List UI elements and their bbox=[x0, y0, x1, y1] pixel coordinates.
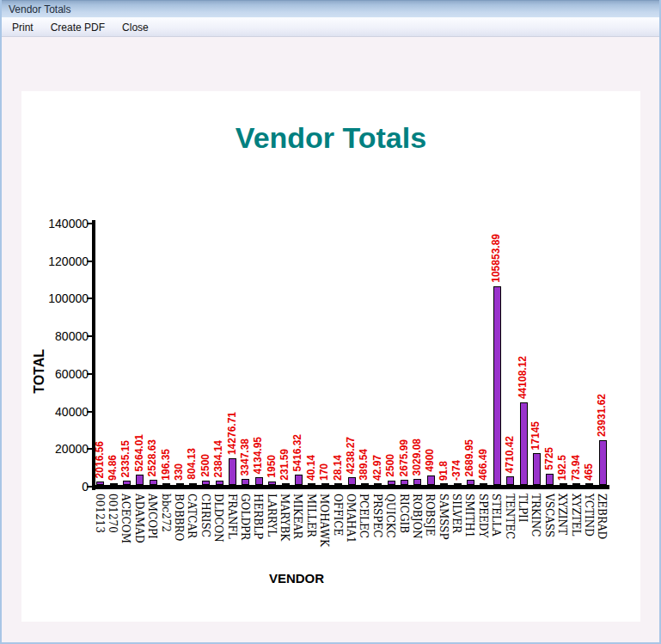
menu-item-close[interactable]: Close bbox=[113, 19, 157, 36]
bar-BOBBRO bbox=[176, 483, 184, 485]
menu-item-print[interactable]: Print bbox=[3, 19, 42, 36]
x-axis-tick-label: TENTEC bbox=[504, 494, 516, 539]
bar-001270 bbox=[110, 483, 118, 485]
x-axis-tick-label: FRANFL bbox=[226, 494, 238, 539]
bar-FRANFL bbox=[229, 458, 236, 485]
x-axis-tick-label: LARRYL bbox=[266, 494, 278, 537]
bar-value-label: 5416.32 bbox=[291, 434, 303, 471]
x-axis-tick-label: MARYBK bbox=[278, 494, 291, 541]
x-axis-tick-label: QUICKC bbox=[384, 494, 396, 538]
bar-value-label: 330 bbox=[173, 463, 185, 481]
client-area: Vendor Totals TOTAL VENDOR 0200004000060… bbox=[2, 37, 659, 643]
bar-TENTEC bbox=[506, 476, 514, 485]
bar-value-label: 389.54 bbox=[358, 449, 370, 481]
bar-PCELEC bbox=[361, 483, 369, 485]
bar-MIKEAR bbox=[295, 475, 303, 485]
bar-value-label: 2675.99 bbox=[398, 439, 410, 476]
bar-value-label: 196.35 bbox=[160, 449, 172, 481]
x-axis-tick-label: STELLA bbox=[490, 494, 502, 537]
bar-OMAHA1 bbox=[348, 477, 356, 485]
x-axis-tick-label: PCELEC bbox=[358, 494, 370, 538]
x-axis-tick-label: MILLER bbox=[305, 494, 317, 537]
bar-bbc272 bbox=[162, 483, 170, 485]
x-axis-tick-label: ROBJON bbox=[411, 494, 423, 539]
bar-value-label: 2384.14 bbox=[212, 440, 224, 477]
bar-value-label: 17145 bbox=[529, 421, 542, 450]
x-axis-tick-label: MIKEAR bbox=[291, 494, 303, 538]
x-axis-tick-label: SPEEDY bbox=[477, 494, 489, 537]
x-axis-tick-label: PRSPEC bbox=[371, 494, 383, 537]
x-axis-tick-label: CATCAR bbox=[186, 494, 198, 538]
x-axis-tick-label: TRKINC bbox=[529, 494, 542, 537]
bar-SILVER bbox=[454, 483, 462, 485]
bar-value-label: 28.14 bbox=[332, 455, 344, 481]
bar-GOLDPR bbox=[242, 479, 249, 485]
x-axis-tick-label: SILVER bbox=[450, 494, 462, 533]
x-axis-tick-label: 001213 bbox=[94, 494, 106, 533]
bar-TLPII bbox=[520, 402, 528, 485]
y-axis-tick-label: 80000 bbox=[28, 329, 89, 343]
y-axis-tick-label: 140000 bbox=[28, 217, 89, 230]
bar-MILLER bbox=[308, 483, 315, 485]
bar-TRKINC bbox=[533, 453, 541, 485]
bar-ADAMAD bbox=[136, 475, 144, 485]
x-axis-tick-label: ADAMAD bbox=[133, 494, 145, 543]
bar-VSCASS bbox=[546, 474, 554, 485]
y-axis-tick-label: 20000 bbox=[28, 442, 89, 456]
x-axis-tick-label: SAMSSP bbox=[438, 494, 450, 539]
bar-value-label: 2335.15 bbox=[119, 440, 132, 477]
window-title: Vendor Totals bbox=[9, 3, 71, 15]
bar-value-label: 73.94 bbox=[570, 455, 582, 481]
bar-YCTIND bbox=[585, 483, 593, 485]
y-axis-tick-label: 40000 bbox=[28, 405, 89, 419]
x-axis-tick-label: OFFICE bbox=[332, 494, 344, 536]
bar-value-label: 14276.71 bbox=[226, 412, 238, 455]
x-axis-line bbox=[92, 485, 609, 489]
bar-CHRISC bbox=[202, 481, 210, 485]
title-bar[interactable]: Vendor Totals bbox=[2, 0, 659, 18]
bar-value-label: 2500 bbox=[199, 454, 211, 477]
bar-HERBLP bbox=[255, 477, 263, 485]
bar-value-label: 40.14 bbox=[305, 455, 317, 481]
bar-value-label: 105853.89 bbox=[490, 234, 502, 283]
bar-value-label: 3347.38 bbox=[239, 439, 251, 475]
bar-ACECOM bbox=[123, 481, 131, 485]
x-axis-tick-label: ZEBRAD bbox=[596, 494, 608, 539]
bar-value-label: 1950 bbox=[266, 455, 278, 478]
x-axis-tick-label: bbc272 bbox=[160, 494, 172, 532]
x-axis-tick-label: VSCASS bbox=[543, 494, 555, 537]
menu-item-create-pdf[interactable]: Create PDF bbox=[42, 19, 113, 36]
x-axis-tick-label: XYZTEL bbox=[570, 494, 582, 537]
bar-LARRYL bbox=[268, 481, 276, 485]
bar-ZEBRAD bbox=[599, 440, 607, 485]
bar-MOHAWK bbox=[321, 483, 329, 485]
x-axis-tick-label: ROBSJE bbox=[424, 494, 436, 536]
bar-SAMSSP bbox=[440, 483, 448, 485]
bar-value-label: 2689.95 bbox=[463, 439, 475, 476]
x-axis-tick-label: XYZINT bbox=[556, 494, 568, 535]
bar-QUICKC bbox=[388, 481, 395, 485]
x-axis-tick-label: HERBLP bbox=[252, 494, 264, 539]
bar-STELLA bbox=[493, 286, 501, 485]
bar-RICGIB bbox=[401, 480, 408, 485]
bar-XYZTEL bbox=[572, 483, 580, 485]
y-axis-tick-label: 120000 bbox=[28, 255, 89, 268]
chart-panel: Vendor Totals TOTAL VENDOR 0200004000060… bbox=[21, 91, 640, 622]
bar-value-label: 4900 bbox=[424, 449, 436, 472]
x-axis-tick-label: GOLDPR bbox=[239, 494, 251, 540]
x-axis-tick-label: AMCOPI bbox=[146, 494, 158, 539]
bar-OFFICE bbox=[334, 483, 342, 485]
bar-value-label: 4134.95 bbox=[252, 437, 264, 474]
x-axis-tick-label: TLPII bbox=[517, 494, 529, 523]
chart-title: Vendor Totals bbox=[21, 121, 640, 155]
x-axis-tick-label: BOBBRO bbox=[173, 494, 185, 541]
bar-value-label: 5264.01 bbox=[133, 434, 145, 471]
bar-value-label: 2016.56 bbox=[94, 441, 106, 478]
bar-value-label: 804.13 bbox=[186, 448, 198, 480]
bar-value-label: 44108.12 bbox=[517, 356, 529, 399]
bar-value-label: 23931.62 bbox=[596, 394, 608, 437]
bar-MARYBK bbox=[282, 483, 290, 485]
bar-value-label: 91.8 bbox=[438, 461, 450, 481]
bar-value-label: 231.59 bbox=[278, 449, 291, 481]
y-axis-tick-label: 0 bbox=[28, 480, 89, 494]
